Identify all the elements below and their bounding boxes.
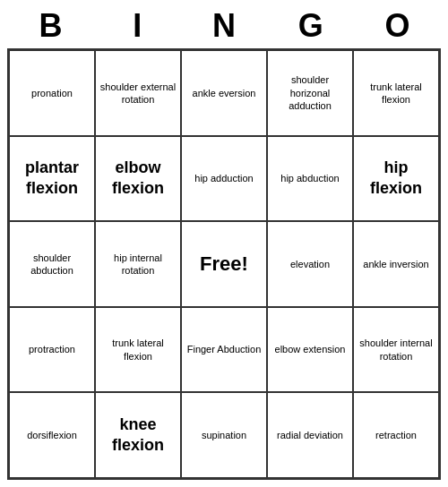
bingo-cell-24: retraction <box>353 392 439 478</box>
bingo-cell-11: hip internal rotation <box>95 221 181 307</box>
bingo-cell-6: elbow flexion <box>95 136 181 222</box>
bingo-cell-5: plantar flexion <box>9 136 95 222</box>
letter-o: O <box>358 7 437 45</box>
bingo-cell-10: shoulder abduction <box>9 221 95 307</box>
bingo-cell-19: shoulder internal rotation <box>353 307 439 393</box>
bingo-cell-18: elbow extension <box>267 307 353 393</box>
bingo-cell-9: hip flexion <box>353 136 439 222</box>
bingo-cell-20: dorsiflexion <box>9 392 95 478</box>
bingo-cell-7: hip adduction <box>181 136 267 222</box>
letter-g: G <box>271 7 350 45</box>
bingo-cell-1: shoulder external rotation <box>95 50 181 136</box>
bingo-cell-14: ankle inversion <box>353 221 439 307</box>
bingo-cell-21: knee flexion <box>95 392 181 478</box>
bingo-cell-15: protraction <box>9 307 95 393</box>
bingo-cell-22: supination <box>181 392 267 478</box>
bingo-cell-2: ankle eversion <box>181 50 267 136</box>
bingo-cell-4: trunk lateral flexion <box>353 50 439 136</box>
bingo-cell-0: pronation <box>9 50 95 136</box>
bingo-cell-3: shoulder horizonal adduction <box>267 50 353 136</box>
letter-i: I <box>98 7 177 45</box>
bingo-title: B I N G O <box>7 7 441 45</box>
letter-n: N <box>185 7 263 45</box>
bingo-grid: pronationshoulder external rotationankle… <box>7 48 441 480</box>
bingo-cell-23: radial deviation <box>267 392 353 478</box>
letter-b: B <box>11 7 90 45</box>
bingo-cell-16: trunk lateral flexion <box>95 307 181 393</box>
bingo-cell-13: elevation <box>267 221 353 307</box>
bingo-cell-8: hip abduction <box>267 136 353 222</box>
bingo-cell-12: Free! <box>181 221 267 307</box>
bingo-cell-17: Finger Abduction <box>181 307 267 393</box>
